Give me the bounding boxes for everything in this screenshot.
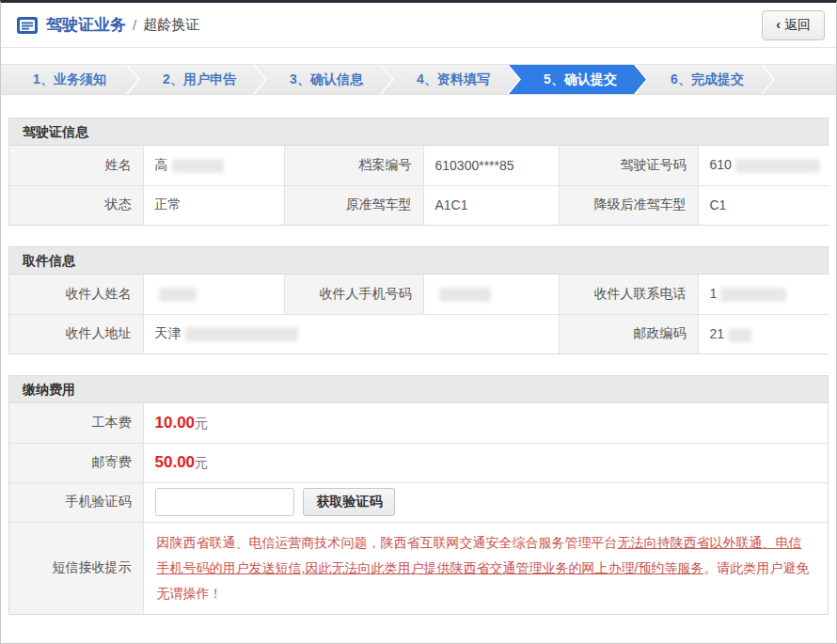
main-content: 驾驶证信息 姓名 高 档案编号 610300****85 驾驶证号码 610 状…	[1, 118, 836, 615]
pickup-info-section: 取件信息 收件人姓名 收件人手机号码 收件人联系电话 1 收件人地址 天津	[8, 246, 829, 354]
postal-code-value: 21	[698, 314, 829, 353]
sms-notice-text: 因陕西省联通、电信运营商技术问题，陕西省互联网交通安全综合服务管理平台无法向持陕…	[143, 522, 828, 614]
table-row: 状态 正常 原准驾车型 A1C1 降级后准驾车型 C1	[9, 185, 829, 225]
step-1-notice[interactable]: 1、业务须知	[1, 65, 138, 94]
pickup-info-table: 收件人姓名 收件人手机号码 收件人联系电话 1 收件人地址 天津 邮政编码 21	[9, 275, 829, 353]
breadcrumb-current: 超龄换证	[143, 16, 199, 34]
payment-section-title: 缴纳费用	[9, 376, 828, 403]
step-3-confirm-info[interactable]: 3、确认信息	[255, 65, 392, 94]
license-number-value: 610	[698, 146, 829, 185]
redaction-block	[735, 159, 820, 173]
recipient-phone-value: 1	[698, 275, 829, 314]
recipient-mobile-label: 收件人手机号码	[284, 275, 423, 314]
back-button[interactable]: ‹返回	[762, 10, 825, 40]
redaction-block	[720, 288, 786, 302]
file-number-value: 610300****85	[423, 146, 559, 185]
redaction-block	[439, 288, 491, 302]
postage-fee-label: 邮寄费	[9, 443, 143, 482]
chevron-left-icon: ‹	[776, 17, 781, 32]
table-row: 短信接收提示 因陕西省联通、电信运营商技术问题，陕西省互联网交通安全综合服务管理…	[9, 522, 828, 614]
status-value: 正常	[143, 185, 284, 225]
license-section-title: 驾驶证信息	[9, 118, 828, 146]
license-info-section: 驾驶证信息 姓名 高 档案编号 610300****85 驾驶证号码 610 状…	[8, 118, 829, 226]
postage-fee-amount: 50.00	[155, 453, 196, 471]
page-header: 驾驶证业务 / 超龄换证 ‹返回	[1, 3, 836, 48]
license-number-label: 驾驶证号码	[559, 146, 698, 185]
work-fee-label: 工本费	[9, 403, 143, 443]
name-label: 姓名	[9, 146, 143, 185]
work-fee-amount: 10.00	[155, 414, 196, 432]
step-5-confirm-submit[interactable]: 5、确认提交	[509, 65, 646, 94]
downgraded-class-label: 降级后准驾车型	[559, 185, 698, 225]
redaction-block	[172, 159, 224, 173]
sms-code-label: 手机验证码	[9, 482, 143, 522]
recipient-address-label: 收件人地址	[9, 314, 143, 353]
payment-table: 工本费 10.00元 邮寄费 50.00元 手机验证码 获取验证码 短信接收提示	[9, 403, 828, 614]
file-number-label: 档案编号	[284, 146, 423, 185]
original-class-label: 原准驾车型	[284, 185, 423, 225]
name-value: 高	[143, 146, 284, 185]
recipient-address-value: 天津	[143, 314, 559, 353]
postage-fee-value: 50.00元	[143, 443, 828, 482]
table-row: 姓名 高 档案编号 610300****85 驾驶证号码 610	[9, 146, 829, 185]
postage-fee-unit: 元	[195, 455, 208, 470]
pickup-section-title: 取件信息	[9, 247, 828, 275]
status-label: 状态	[9, 185, 143, 225]
sms-code-input[interactable]	[155, 488, 294, 516]
step-2-declaration[interactable]: 2、用户申告	[128, 65, 265, 94]
table-row: 邮寄费 50.00元	[9, 443, 828, 482]
redaction-block	[728, 328, 751, 342]
recipient-name-value	[143, 275, 284, 314]
downgraded-class-value: C1	[698, 185, 829, 225]
redaction-block	[159, 288, 197, 302]
work-fee-value: 10.00元	[143, 403, 828, 443]
get-code-button[interactable]: 获取验证码	[303, 488, 395, 516]
table-row: 收件人姓名 收件人手机号码 收件人联系电话 1	[9, 275, 829, 314]
license-info-table: 姓名 高 档案编号 610300****85 驾驶证号码 610 状态 正常 原…	[9, 146, 829, 225]
table-row: 收件人地址 天津 邮政编码 21	[9, 314, 829, 353]
notice-part-1: 因陕西省联通、电信运营商技术问题，陕西省互联网交通安全综合服务管理平台	[157, 535, 618, 550]
back-button-label: 返回	[784, 17, 811, 32]
sms-notice-label: 短信接收提示	[9, 522, 143, 614]
redaction-block	[185, 327, 298, 341]
original-class-value: A1C1	[423, 185, 559, 225]
license-form-icon	[16, 16, 39, 35]
step-4-fill-data[interactable]: 4、资料填写	[382, 65, 519, 94]
recipient-name-label: 收件人姓名	[9, 275, 143, 314]
table-row: 手机验证码 获取验证码	[9, 482, 828, 522]
postal-code-label: 邮政编码	[559, 314, 698, 353]
step-6-complete[interactable]: 6、完成提交	[636, 65, 773, 94]
payment-section: 缴纳费用 工本费 10.00元 邮寄费 50.00元 手机验证码	[8, 375, 829, 615]
step-bar-filler	[763, 65, 836, 94]
step-progress-bar: 1、业务须知 2、用户申告 3、确认信息 4、资料填写 5、确认提交 6、完成提…	[1, 64, 836, 95]
table-row: 工本费 10.00元	[9, 403, 828, 443]
breadcrumb-separator: /	[133, 17, 136, 33]
sms-code-cell: 获取验证码	[143, 482, 828, 522]
recipient-mobile-value	[423, 275, 559, 314]
recipient-phone-label: 收件人联系电话	[559, 275, 698, 314]
page-title: 驾驶证业务	[46, 14, 126, 36]
work-fee-unit: 元	[195, 416, 208, 431]
page: 驾驶证业务 / 超龄换证 ‹返回 1、业务须知 2、用户申告 3、确认信息 4、…	[0, 0, 837, 644]
